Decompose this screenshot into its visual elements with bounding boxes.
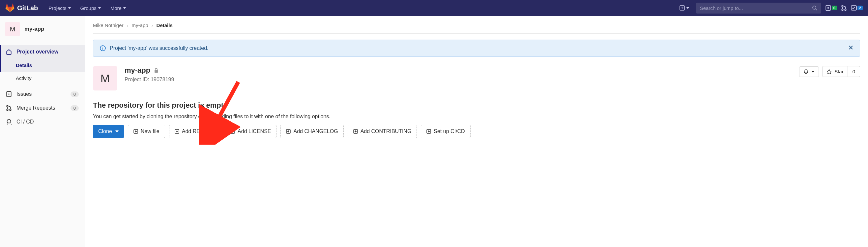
search-input[interactable]: Search or jump to... [696,3,821,13]
alert-close-button[interactable] [848,45,853,51]
gitlab-logo-icon [5,3,14,12]
lock-icon [154,68,159,73]
top-navbar: GitLab Projects Groups More Search or ju… [0,0,868,16]
nav-projects[interactable]: Projects [44,3,75,13]
chevron-down-icon [68,7,71,9]
star-icon [827,69,832,74]
plus-square-icon [353,129,358,134]
brand-logo[interactable]: GitLab [5,3,38,12]
nav-groups[interactable]: Groups [76,3,105,13]
todos-shortcut[interactable]: 2 [851,5,863,11]
project-hero: M my-app Project ID: 19078199 Star [93,66,860,90]
star-button[interactable]: Star [822,66,848,77]
add-changelog-button[interactable]: Add CHANGELOG [280,125,343,138]
project-name: my-app [24,26,44,32]
plus-square-icon [680,5,685,10]
svg-point-5 [842,9,843,10]
search-placeholder: Search or jump to... [700,5,743,11]
chevron-down-icon [686,7,689,9]
merge-icon [6,105,12,111]
star-count[interactable]: 0 [848,66,860,77]
new-dropdown[interactable] [677,3,692,12]
svg-point-11 [7,109,8,111]
chevron-down-icon [123,7,126,9]
clone-button[interactable]: Clone [93,125,124,138]
bell-icon [803,69,809,74]
quick-actions: Clone New file Add README Add LICENSE Ad… [93,125,860,138]
svg-point-6 [845,9,846,10]
breadcrumb-project[interactable]: my-app [132,23,148,28]
svg-point-1 [813,6,816,9]
issues-badge: 6 [832,6,837,10]
svg-point-3 [828,7,829,9]
alert-text: Project 'my-app' was successfully create… [110,45,209,51]
svg-rect-15 [102,48,103,50]
empty-repo-subtitle: You can get started by cloning the repos… [93,114,860,119]
sidebar-project-header[interactable]: M my-app [0,16,85,42]
setup-cicd-button[interactable]: Set up CI/CD [421,125,470,138]
svg-point-9 [8,93,9,94]
close-icon [848,45,853,50]
svg-rect-16 [155,70,158,73]
plus-square-icon [175,129,179,134]
success-alert: Project 'my-app' was successfully create… [93,39,860,57]
sidebar-subitem-details[interactable]: Details [0,59,85,72]
add-license-button[interactable]: Add LICENSE [225,125,277,138]
empty-repo-title: The repository for this project is empty [93,101,860,110]
add-contributing-button[interactable]: Add CONTRIBUTING [348,125,417,138]
chevron-down-icon [811,71,815,73]
add-readme-button[interactable]: Add README [169,125,221,138]
chevron-down-icon [115,131,119,132]
sidebar: M my-app Project overview Details Activi… [0,16,85,247]
todos-badge: 2 [858,6,863,10]
plus-square-icon [286,129,291,134]
svg-point-14 [102,47,103,48]
svg-point-4 [842,5,843,7]
merge-requests-shortcut[interactable] [841,5,847,11]
svg-point-10 [7,105,8,107]
header-right: Search or jump to... 6 2 [677,3,863,13]
plus-square-icon [230,129,235,134]
project-avatar: M [5,22,20,36]
mr-count-badge: 0 [70,105,79,111]
issues-icon [6,91,12,97]
search-icon [812,5,817,10]
sidebar-item-merge-requests[interactable]: Merge Requests 0 [0,101,85,115]
plus-square-icon [427,129,431,134]
plus-square-icon [133,129,138,134]
svg-point-12 [9,109,11,111]
hero-title: my-app [125,66,150,75]
hero-avatar: M [93,66,117,90]
sidebar-item-cicd[interactable]: CI / CD [0,115,85,129]
nav-more[interactable]: More [106,3,130,13]
new-file-button[interactable]: New file [128,125,165,138]
breadcrumb-user[interactable]: Mike Nöthiger [93,23,124,28]
breadcrumb: Mike Nöthiger › my-app › Details [93,23,860,34]
rocket-icon [6,119,12,125]
sidebar-item-overview[interactable]: Project overview [0,45,85,59]
info-icon [100,45,106,51]
notifications-dropdown[interactable] [799,66,819,77]
issues-count-badge: 0 [70,91,79,97]
sidebar-item-issues[interactable]: Issues 0 [0,87,85,101]
brand-name: GitLab [17,4,38,12]
issues-shortcut[interactable]: 6 [825,5,837,11]
nav-items: Projects Groups More [44,3,130,13]
sidebar-subitem-activity[interactable]: Activity [0,72,85,85]
chevron-down-icon [98,7,101,9]
breadcrumb-current: Details [157,23,173,28]
main-content: Mike Nöthiger › my-app › Details Project… [85,16,868,247]
home-icon [6,49,12,55]
project-id: Project ID: 19078199 [125,77,792,83]
